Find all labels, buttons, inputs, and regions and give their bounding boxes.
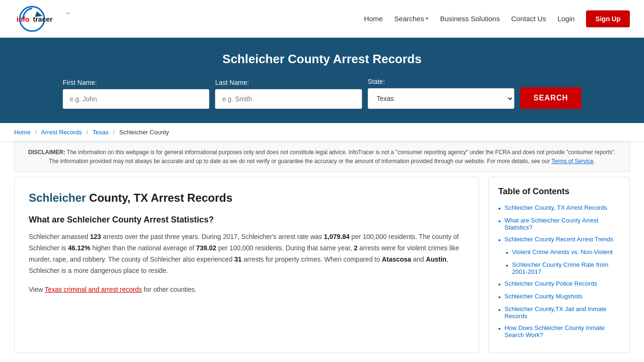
- first-name-group: First Name:: [63, 79, 209, 109]
- breadcrumb-sep-3: /: [113, 129, 115, 136]
- svg-text:tracer: tracer: [33, 15, 53, 23]
- compare-county2: Austin: [426, 255, 446, 263]
- main-container: Schleicher County, TX Arrest Records Wha…: [0, 177, 644, 353]
- nav-searches-link[interactable]: Searches: [394, 15, 424, 23]
- disclaimer-label: DISCLAIMER:: [28, 149, 66, 156]
- property-arrests: 31: [234, 255, 242, 263]
- header: info tracer ™ Home Searches ▾ Business S…: [0, 0, 644, 38]
- article: Schleicher County, TX Arrest Records Wha…: [14, 177, 479, 353]
- breadcrumb-home[interactable]: Home: [14, 129, 31, 136]
- toc-link[interactable]: Violent Crime Arrests vs. Non-Violent: [512, 248, 612, 255]
- search-button[interactable]: SEARCH: [520, 87, 581, 109]
- toc-item: How Does Schleicher County Inmate Search…: [498, 324, 620, 338]
- logo-svg: info tracer ™: [14, 5, 90, 33]
- tos-link[interactable]: Terms of Service: [552, 158, 594, 165]
- main-nav: Home Searches ▾ Business Solutions Conta…: [364, 10, 630, 27]
- hero-title: Schleicher County Arrest Records: [9, 52, 635, 66]
- toc-item: Schleicher County Mugshots: [498, 293, 620, 301]
- logo: info tracer ™: [14, 5, 90, 33]
- arrests-count: 123: [90, 233, 101, 240]
- nav-contact-us[interactable]: Contact Us: [511, 15, 546, 23]
- breadcrumb-sep-1: /: [35, 129, 37, 136]
- toc-item: Schleicher County Recent Arrest Trends: [498, 236, 620, 244]
- nav-login[interactable]: Login: [557, 15, 575, 23]
- toc-link[interactable]: Schleicher County Police Records: [504, 280, 597, 287]
- state-select[interactable]: Texas Alabama Alaska California Florida …: [368, 88, 514, 109]
- view-link-suffix: for other counties.: [142, 286, 197, 293]
- toc-title: Table of Contents: [498, 187, 620, 197]
- disclaimer: DISCLAIMER: The information on this webp…: [14, 142, 630, 172]
- view-link-prefix: View: [29, 286, 45, 293]
- disclaimer-text: The information on this webpage is for g…: [49, 149, 616, 165]
- nav-business-solutions[interactable]: Business Solutions: [440, 15, 500, 23]
- toc-list: Schleicher County, TX Arrest RecordsWhat…: [498, 204, 620, 338]
- toc-link[interactable]: What are Schleicher County Arrest Statis…: [504, 217, 620, 231]
- state-group: State: Texas Alabama Alaska California F…: [368, 78, 514, 109]
- breadcrumb-arrest-records[interactable]: Arrest Records: [41, 129, 82, 136]
- nav-signup[interactable]: Sign Up: [586, 10, 630, 27]
- svg-text:info: info: [17, 15, 30, 23]
- article-title: Schleicher County, TX Arrest Records: [29, 191, 464, 205]
- national-avg: 739.02: [196, 244, 216, 252]
- breadcrumb-current: Schleicher County: [119, 129, 169, 136]
- first-name-input[interactable]: [63, 89, 209, 109]
- last-name-input[interactable]: [215, 89, 362, 109]
- toc-link[interactable]: Schleicher County Mugshots: [504, 293, 582, 300]
- compare-county1: Atascosa: [382, 255, 411, 263]
- section1-paragraph2: View Texas criminal and arrest records f…: [29, 284, 464, 296]
- search-form: First Name: Last Name: State: Texas Alab…: [63, 78, 581, 109]
- section1-paragraph1: Schleicher amassed 123 arrests over the …: [29, 231, 464, 276]
- svg-text:™: ™: [66, 12, 70, 16]
- section1-heading: What are Schleicher County Arrest Statis…: [29, 215, 464, 225]
- toc-item: Violent Crime Arrests vs. Non-Violent: [498, 248, 620, 256]
- breadcrumb-sep-2: /: [86, 129, 88, 136]
- toc-item: What are Schleicher County Arrest Statis…: [498, 217, 620, 231]
- arrest-rate: 1,079.84: [324, 233, 350, 240]
- toc-item: Schleicher County,TX Jail and Inmate Rec…: [498, 305, 620, 320]
- article-title-rest: County, TX Arrest Records: [86, 191, 232, 204]
- chevron-down-icon: ▾: [426, 16, 429, 22]
- texas-records-link[interactable]: Texas criminal and arrest records: [45, 286, 142, 293]
- toc-item: Schleicher County Crime Rate from 2001-2…: [498, 261, 620, 275]
- breadcrumb: Home / Arrest Records / Texas / Schleich…: [0, 123, 644, 142]
- nav-home[interactable]: Home: [364, 15, 383, 23]
- disclaimer-period: .: [594, 158, 595, 165]
- higher-percent: 46.12%: [68, 244, 90, 252]
- toc-item: Schleicher County, TX Arrest Records: [498, 204, 620, 212]
- toc-link[interactable]: Schleicher County Recent Arrest Trends: [504, 236, 613, 243]
- state-label: State:: [368, 78, 514, 85]
- violent-arrests: 2: [354, 244, 358, 252]
- last-name-label: Last Name:: [215, 79, 362, 86]
- table-of-contents: Table of Contents Schleicher County, TX …: [488, 177, 630, 353]
- toc-item: Schleicher County Police Records: [498, 280, 620, 288]
- toc-link[interactable]: Schleicher County, TX Arrest Records: [504, 204, 607, 211]
- article-title-highlight: Schleicher: [29, 191, 86, 204]
- breadcrumb-texas[interactable]: Texas: [92, 129, 108, 136]
- toc-link[interactable]: Schleicher County Crime Rate from 2001-2…: [512, 261, 620, 275]
- nav-searches[interactable]: Searches ▾: [394, 15, 429, 23]
- hero-section: Schleicher County Arrest Records First N…: [0, 38, 644, 123]
- first-name-label: First Name:: [63, 79, 209, 86]
- last-name-group: Last Name:: [215, 79, 362, 109]
- toc-link[interactable]: How Does Schleicher County Inmate Search…: [504, 324, 620, 338]
- toc-link[interactable]: Schleicher County,TX Jail and Inmate Rec…: [504, 305, 620, 320]
